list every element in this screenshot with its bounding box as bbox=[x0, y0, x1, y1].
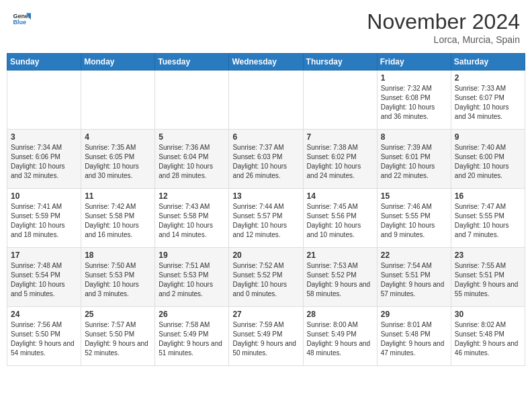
day-number: 25 bbox=[85, 310, 151, 319]
page-header: General Blue November 2024 Lorca, Murcia… bbox=[7, 7, 525, 48]
calendar-cell: 3Sunrise: 7:34 AM Sunset: 6:06 PM Daylig… bbox=[7, 130, 81, 189]
day-header-thursday: Thursday bbox=[303, 54, 377, 71]
day-header-saturday: Saturday bbox=[451, 54, 525, 71]
day-number: 24 bbox=[11, 310, 77, 319]
day-number: 10 bbox=[11, 191, 77, 201]
calendar-week-2: 3Sunrise: 7:34 AM Sunset: 6:06 PM Daylig… bbox=[7, 130, 525, 189]
calendar-week-1: 1Sunrise: 7:32 AM Sunset: 6:08 PM Daylig… bbox=[7, 71, 525, 130]
calendar-cell: 21Sunrise: 7:53 AM Sunset: 5:52 PM Dayli… bbox=[303, 248, 377, 307]
day-header-wednesday: Wednesday bbox=[229, 54, 303, 71]
day-number: 13 bbox=[232, 191, 299, 201]
day-info: Sunrise: 7:51 AM Sunset: 5:53 PM Dayligh… bbox=[159, 261, 225, 299]
day-number: 6 bbox=[232, 132, 299, 142]
title-section: November 2024 Lorca, Murcia, Spain bbox=[367, 9, 520, 45]
day-number: 9 bbox=[455, 132, 521, 142]
day-info: Sunrise: 7:43 AM Sunset: 5:58 PM Dayligh… bbox=[159, 202, 225, 240]
day-number: 16 bbox=[455, 191, 521, 201]
day-number: 7 bbox=[307, 132, 373, 142]
calendar-cell: 6Sunrise: 7:37 AM Sunset: 6:03 PM Daylig… bbox=[229, 130, 303, 189]
day-number: 14 bbox=[307, 191, 373, 201]
day-info: Sunrise: 8:01 AM Sunset: 5:48 PM Dayligh… bbox=[381, 320, 447, 358]
day-info: Sunrise: 7:41 AM Sunset: 5:59 PM Dayligh… bbox=[11, 202, 77, 240]
calendar-cell: 17Sunrise: 7:48 AM Sunset: 5:54 PM Dayli… bbox=[7, 248, 81, 307]
calendar-cell: 23Sunrise: 7:55 AM Sunset: 5:51 PM Dayli… bbox=[451, 248, 525, 307]
day-number: 3 bbox=[11, 132, 77, 142]
calendar-header-row: SundayMondayTuesdayWednesdayThursdayFrid… bbox=[7, 54, 525, 71]
calendar-cell: 12Sunrise: 7:43 AM Sunset: 5:58 PM Dayli… bbox=[155, 189, 229, 248]
day-info: Sunrise: 7:33 AM Sunset: 6:07 PM Dayligh… bbox=[455, 84, 521, 122]
day-info: Sunrise: 7:52 AM Sunset: 5:52 PM Dayligh… bbox=[232, 261, 299, 299]
calendar-week-4: 17Sunrise: 7:48 AM Sunset: 5:54 PM Dayli… bbox=[7, 248, 525, 307]
calendar-cell: 27Sunrise: 7:59 AM Sunset: 5:49 PM Dayli… bbox=[229, 307, 303, 366]
day-info: Sunrise: 8:00 AM Sunset: 5:49 PM Dayligh… bbox=[307, 320, 373, 358]
svg-text:Blue: Blue bbox=[13, 19, 26, 26]
day-number: 5 bbox=[159, 132, 225, 142]
calendar-cell bbox=[155, 71, 229, 130]
day-info: Sunrise: 7:59 AM Sunset: 5:49 PM Dayligh… bbox=[232, 320, 299, 358]
location: Lorca, Murcia, Spain bbox=[367, 34, 520, 45]
day-number: 20 bbox=[232, 250, 299, 260]
day-info: Sunrise: 7:48 AM Sunset: 5:54 PM Dayligh… bbox=[11, 261, 77, 299]
day-info: Sunrise: 7:53 AM Sunset: 5:52 PM Dayligh… bbox=[307, 261, 373, 299]
calendar-week-5: 24Sunrise: 7:56 AM Sunset: 5:50 PM Dayli… bbox=[7, 307, 525, 366]
calendar-cell: 2Sunrise: 7:33 AM Sunset: 6:07 PM Daylig… bbox=[451, 71, 525, 130]
day-info: Sunrise: 7:57 AM Sunset: 5:50 PM Dayligh… bbox=[85, 320, 151, 358]
day-info: Sunrise: 7:45 AM Sunset: 5:56 PM Dayligh… bbox=[307, 202, 373, 240]
calendar-week-3: 10Sunrise: 7:41 AM Sunset: 5:59 PM Dayli… bbox=[7, 189, 525, 248]
day-info: Sunrise: 7:36 AM Sunset: 6:04 PM Dayligh… bbox=[159, 143, 225, 181]
calendar-cell: 4Sunrise: 7:35 AM Sunset: 6:05 PM Daylig… bbox=[81, 130, 155, 189]
calendar-cell: 18Sunrise: 7:50 AM Sunset: 5:53 PM Dayli… bbox=[81, 248, 155, 307]
day-number: 1 bbox=[381, 73, 447, 83]
calendar-cell: 8Sunrise: 7:39 AM Sunset: 6:01 PM Daylig… bbox=[377, 130, 451, 189]
calendar-cell: 30Sunrise: 8:02 AM Sunset: 5:48 PM Dayli… bbox=[451, 307, 525, 366]
day-header-sunday: Sunday bbox=[7, 54, 81, 71]
calendar-cell: 24Sunrise: 7:56 AM Sunset: 5:50 PM Dayli… bbox=[7, 307, 81, 366]
calendar-cell: 25Sunrise: 7:57 AM Sunset: 5:50 PM Dayli… bbox=[81, 307, 155, 366]
day-number: 27 bbox=[232, 310, 299, 319]
calendar-cell: 9Sunrise: 7:40 AM Sunset: 6:00 PM Daylig… bbox=[451, 130, 525, 189]
calendar-cell: 19Sunrise: 7:51 AM Sunset: 5:53 PM Dayli… bbox=[155, 248, 229, 307]
day-number: 28 bbox=[307, 310, 373, 319]
calendar-cell: 11Sunrise: 7:42 AM Sunset: 5:58 PM Dayli… bbox=[81, 189, 155, 248]
day-info: Sunrise: 7:50 AM Sunset: 5:53 PM Dayligh… bbox=[85, 261, 151, 299]
day-number: 8 bbox=[381, 132, 447, 142]
calendar-cell: 13Sunrise: 7:44 AM Sunset: 5:57 PM Dayli… bbox=[229, 189, 303, 248]
calendar-cell: 29Sunrise: 8:01 AM Sunset: 5:48 PM Dayli… bbox=[377, 307, 451, 366]
day-number: 29 bbox=[381, 310, 447, 319]
logo-icon: General Blue bbox=[12, 9, 31, 28]
day-header-monday: Monday bbox=[81, 54, 155, 71]
calendar-cell: 5Sunrise: 7:36 AM Sunset: 6:04 PM Daylig… bbox=[155, 130, 229, 189]
day-number: 22 bbox=[381, 250, 447, 260]
day-info: Sunrise: 8:02 AM Sunset: 5:48 PM Dayligh… bbox=[455, 320, 521, 358]
day-number: 23 bbox=[455, 250, 521, 260]
calendar-cell bbox=[229, 71, 303, 130]
day-header-tuesday: Tuesday bbox=[155, 54, 229, 71]
day-number: 19 bbox=[159, 250, 225, 260]
day-info: Sunrise: 7:46 AM Sunset: 5:55 PM Dayligh… bbox=[381, 202, 447, 240]
calendar-cell bbox=[303, 71, 377, 130]
day-number: 30 bbox=[455, 310, 521, 319]
day-number: 21 bbox=[307, 250, 373, 260]
calendar-cell: 20Sunrise: 7:52 AM Sunset: 5:52 PM Dayli… bbox=[229, 248, 303, 307]
day-info: Sunrise: 7:37 AM Sunset: 6:03 PM Dayligh… bbox=[232, 143, 299, 181]
calendar-cell: 22Sunrise: 7:54 AM Sunset: 5:51 PM Dayli… bbox=[377, 248, 451, 307]
day-info: Sunrise: 7:38 AM Sunset: 6:02 PM Dayligh… bbox=[307, 143, 373, 181]
day-header-friday: Friday bbox=[377, 54, 451, 71]
calendar-cell bbox=[81, 71, 155, 130]
day-info: Sunrise: 7:54 AM Sunset: 5:51 PM Dayligh… bbox=[381, 261, 447, 299]
logo: General Blue bbox=[12, 9, 31, 28]
day-info: Sunrise: 7:55 AM Sunset: 5:51 PM Dayligh… bbox=[455, 261, 521, 299]
calendar-cell: 26Sunrise: 7:58 AM Sunset: 5:49 PM Dayli… bbox=[155, 307, 229, 366]
calendar-cell: 28Sunrise: 8:00 AM Sunset: 5:49 PM Dayli… bbox=[303, 307, 377, 366]
day-info: Sunrise: 7:39 AM Sunset: 6:01 PM Dayligh… bbox=[381, 143, 447, 181]
day-info: Sunrise: 7:58 AM Sunset: 5:49 PM Dayligh… bbox=[159, 320, 225, 358]
day-number: 26 bbox=[159, 310, 225, 319]
calendar-cell: 16Sunrise: 7:47 AM Sunset: 5:55 PM Dayli… bbox=[451, 189, 525, 248]
day-number: 18 bbox=[85, 250, 151, 260]
calendar-cell bbox=[7, 71, 81, 130]
day-info: Sunrise: 7:44 AM Sunset: 5:57 PM Dayligh… bbox=[232, 202, 299, 240]
day-info: Sunrise: 7:34 AM Sunset: 6:06 PM Dayligh… bbox=[11, 143, 77, 181]
calendar-cell: 15Sunrise: 7:46 AM Sunset: 5:55 PM Dayli… bbox=[377, 189, 451, 248]
day-info: Sunrise: 7:35 AM Sunset: 6:05 PM Dayligh… bbox=[85, 143, 151, 181]
calendar-body: 1Sunrise: 7:32 AM Sunset: 6:08 PM Daylig… bbox=[7, 71, 525, 366]
